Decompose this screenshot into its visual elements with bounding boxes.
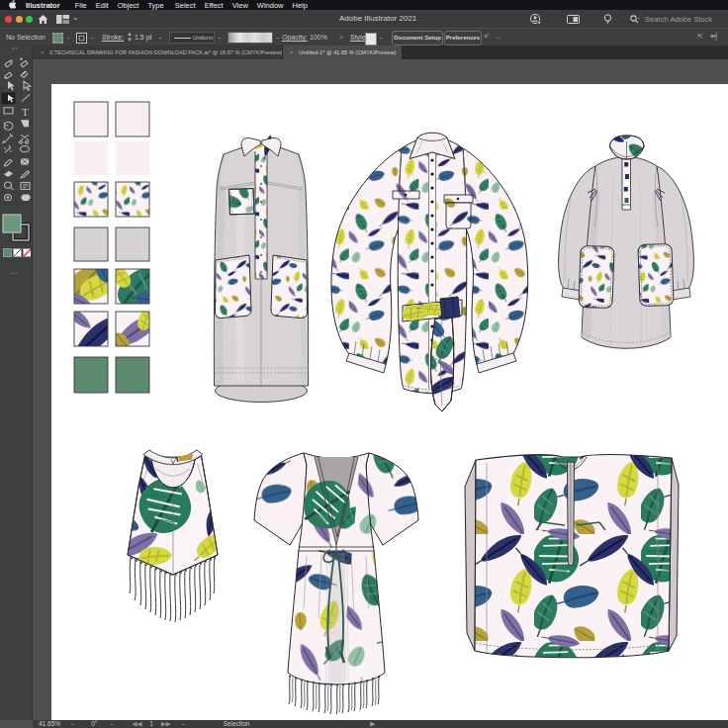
svg-text:T: T bbox=[22, 107, 29, 117]
